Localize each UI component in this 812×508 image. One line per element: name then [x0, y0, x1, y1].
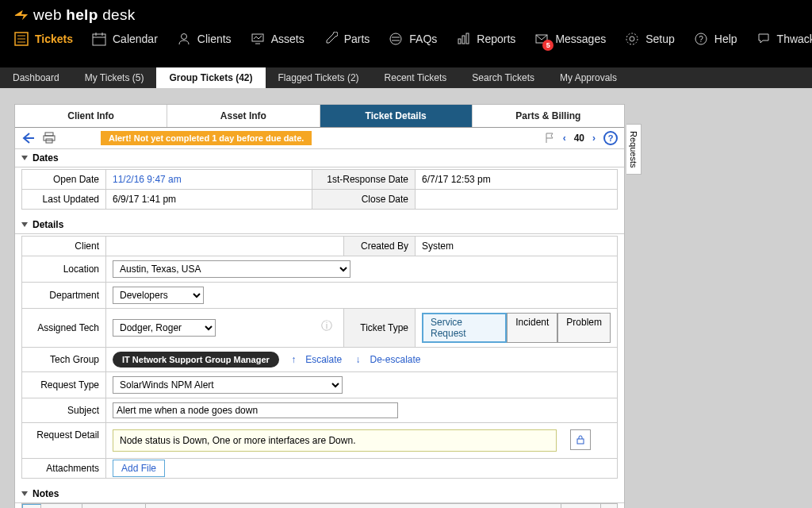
subnav-recent[interactable]: Recent Tickets [372, 67, 460, 88]
caret-down-icon [21, 491, 28, 496]
lock-button[interactable] [570, 429, 591, 450]
attachments-label: Attachments [22, 459, 106, 479]
help-button[interactable]: ? [603, 131, 618, 145]
subnav-flagged[interactable]: Flagged Tickets (2) [266, 67, 372, 88]
nav-reports[interactable]: Reports [456, 32, 515, 46]
messages-badge: 5 [542, 40, 553, 51]
nav-parts[interactable]: Parts [324, 32, 370, 46]
printer-icon [42, 132, 56, 144]
request-detail-label: Request Detail [22, 423, 106, 459]
requests-side-tab[interactable]: Requests [626, 124, 642, 175]
col-date: Date [41, 504, 82, 508]
tab-asset-info[interactable]: Asset Info [167, 105, 320, 127]
tab-ticket-details[interactable]: Ticket Details [320, 105, 473, 127]
svg-rect-4 [93, 34, 105, 45]
help-icon: ? [694, 32, 708, 46]
deescalate-link[interactable]: De-escalate [370, 354, 421, 365]
tech-group-pill: IT Network Support Group Manager [113, 352, 279, 368]
svg-rect-22 [45, 133, 53, 136]
subject-label: Subject [22, 398, 106, 423]
escalate-link[interactable]: Escalate [305, 354, 342, 365]
col-time: Time [561, 504, 601, 508]
caret-down-icon [21, 156, 28, 160]
nav-clients[interactable]: Clients [177, 32, 232, 46]
createdby-value: System [416, 237, 618, 256]
app-logo: web help desk [0, 0, 812, 27]
subnav-approvals[interactable]: My Approvals [547, 67, 630, 88]
nav-messages[interactable]: 5 Messages [534, 32, 606, 46]
open-date-value[interactable]: 11/2/16 9:47 am [113, 174, 182, 185]
subject-input[interactable] [113, 402, 398, 418]
back-button[interactable] [21, 132, 36, 144]
open-date-label: Open Date [22, 170, 106, 190]
mail-icon: 5 [534, 32, 549, 46]
first-response-value: 6/7/17 12:53 pm [416, 170, 618, 190]
pager-next[interactable]: › [592, 133, 596, 144]
ticket-type-service-request[interactable]: Service Request [422, 313, 507, 343]
subnav-dashboard[interactable]: Dashboard [0, 67, 72, 88]
gear-icon [625, 32, 639, 46]
section-notes-header[interactable]: Notes [15, 485, 624, 503]
svg-point-8 [181, 34, 186, 40]
notes-columns: + Date Name Note Time [21, 503, 618, 508]
nav-tickets[interactable]: Tickets [14, 32, 73, 46]
tab-parts-billing[interactable]: Parts & Billing [473, 105, 624, 127]
arrow-up-icon: ↑ [291, 354, 296, 365]
nav-faqs[interactable]: FAQs [389, 32, 437, 46]
last-updated-label: Last Updated [22, 190, 106, 210]
location-select[interactable]: Austin, Texas, USA [113, 260, 350, 278]
svg-rect-25 [577, 439, 584, 444]
first-response-label: 1st-Response Date [312, 170, 416, 190]
arrow-left-icon [21, 132, 36, 144]
chart-icon [456, 32, 470, 46]
svg-point-11 [390, 33, 401, 44]
wrench-icon [324, 32, 338, 46]
user-icon [177, 32, 191, 46]
assigned-tech-label: Assigned Tech [22, 309, 106, 348]
close-date-value [416, 190, 618, 210]
section-details-header[interactable]: Details [15, 216, 624, 234]
ticket-type-label: Ticket Type [344, 309, 416, 348]
assigned-tech-select[interactable]: Dodger, Roger [113, 319, 216, 337]
ticket-type-incident[interactable]: Incident [507, 313, 557, 343]
nav-calendar[interactable]: Calendar [92, 32, 158, 46]
flag-icon[interactable] [544, 133, 555, 144]
request-type-select[interactable]: SolarWinds NPM Alert [113, 376, 343, 394]
svg-rect-23 [44, 136, 55, 140]
subnav-mytickets[interactable]: My Tickets (5) [72, 67, 157, 88]
request-type-label: Request Type [22, 372, 106, 398]
last-updated-value: 6/9/17 1:41 pm [106, 190, 312, 210]
print-button[interactable] [42, 132, 56, 144]
nav-setup[interactable]: Setup [625, 32, 675, 46]
monitor-icon [251, 32, 265, 46]
logo-arrow-icon [14, 9, 29, 21]
details-table: Client Created By System Location Austin… [21, 236, 618, 479]
col-actions [601, 504, 617, 508]
svg-rect-16 [466, 33, 469, 44]
nav-thwack[interactable]: Thwack [756, 32, 812, 46]
subnav-search[interactable]: Search Tickets [459, 67, 547, 88]
tech-group-label: Tech Group [22, 348, 106, 372]
nav-help[interactable]: ? Help [694, 32, 737, 46]
svg-point-19 [626, 33, 638, 44]
col-note: Note [146, 504, 561, 508]
add-note-button[interactable]: + [22, 504, 41, 508]
lock-icon [575, 434, 586, 445]
department-select[interactable]: Developers [113, 287, 204, 304]
nav-assets[interactable]: Assets [251, 32, 304, 46]
add-file-button[interactable]: Add File [113, 460, 165, 477]
svg-point-18 [630, 37, 634, 41]
list-icon [14, 32, 29, 46]
col-name: Name [82, 504, 146, 508]
subnav-grouptickets[interactable]: Group Tickets (42) [156, 67, 265, 88]
pager-number: 40 [574, 133, 584, 144]
tab-client-info[interactable]: Client Info [15, 105, 167, 127]
speech-icon [756, 32, 771, 46]
close-date-label: Close Date [312, 190, 416, 210]
ticket-type-problem[interactable]: Problem [557, 313, 611, 343]
section-dates-header[interactable]: Dates [15, 149, 624, 167]
pager-prev[interactable]: ‹ [563, 133, 566, 144]
client-label: Client [22, 237, 106, 256]
info-icon[interactable]: ⓘ [321, 319, 332, 333]
department-label: Department [22, 283, 106, 309]
